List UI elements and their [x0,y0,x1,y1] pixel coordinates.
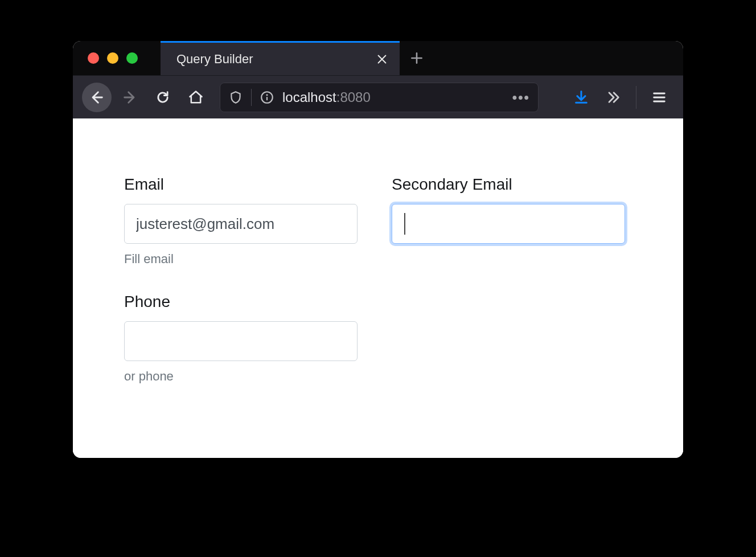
phone-hint: or phone [124,369,358,384]
phone-field-group: Phone or phone [124,293,358,384]
reload-icon [155,89,171,105]
browser-window: Query Builder [73,41,683,458]
window-maximize-button[interactable] [126,52,138,64]
tab-strip: Query Builder [161,41,683,75]
email-hint: Fill email [124,252,358,267]
email-input[interactable] [124,204,358,244]
tab-title: Query Builder [176,52,253,67]
titlebar: Query Builder [73,41,683,75]
new-tab-button[interactable] [400,41,434,75]
download-icon [573,89,589,105]
phone-input[interactable] [124,321,358,361]
tab-close-button[interactable] [376,53,388,65]
window-minimize-button[interactable] [107,52,118,64]
reload-button[interactable] [148,83,178,112]
tab-active[interactable]: Query Builder [161,41,400,75]
email-label: Email [124,175,358,194]
forward-button[interactable] [115,83,145,112]
secondary-email-input[interactable] [392,204,625,244]
navbar: localhost:8080 ••• [73,75,683,118]
shield-icon [228,90,243,105]
phone-label: Phone [124,293,358,311]
info-icon [260,90,274,105]
downloads-button[interactable] [566,83,596,112]
toolbar-right [566,83,674,112]
page-actions-button[interactable]: ••• [512,89,530,105]
window-controls [73,52,161,64]
close-icon [376,53,388,65]
arrow-right-icon [122,89,138,105]
email-field-group: Email Fill email [124,175,358,267]
plus-icon [409,51,424,65]
home-button[interactable] [181,83,211,112]
chevron-double-right-icon [605,89,621,105]
url-host: localhost [282,89,336,105]
separator [251,89,252,106]
secondary-email-label: Secondary Email [392,175,625,194]
arrow-left-icon [89,89,105,105]
secondary-email-field-group: Secondary Email [392,175,625,244]
url-text: localhost:8080 [282,89,371,105]
form: Email Fill email Secondary Email Phone o… [124,175,632,384]
page-content: Email Fill email Secondary Email Phone o… [73,118,683,458]
app-menu-button[interactable] [644,83,674,112]
site-info-button[interactable] [260,90,274,105]
url-port: :8080 [336,89,371,105]
home-icon [188,89,204,105]
window-close-button[interactable] [88,52,99,64]
svg-rect-2 [266,96,268,100]
overflow-button[interactable] [598,83,628,112]
tracking-protection-icon[interactable] [228,90,243,105]
hamburger-icon [651,89,667,105]
svg-point-1 [266,94,268,96]
url-bar[interactable]: localhost:8080 ••• [220,83,539,112]
back-button[interactable] [82,83,112,112]
separator [636,86,636,109]
